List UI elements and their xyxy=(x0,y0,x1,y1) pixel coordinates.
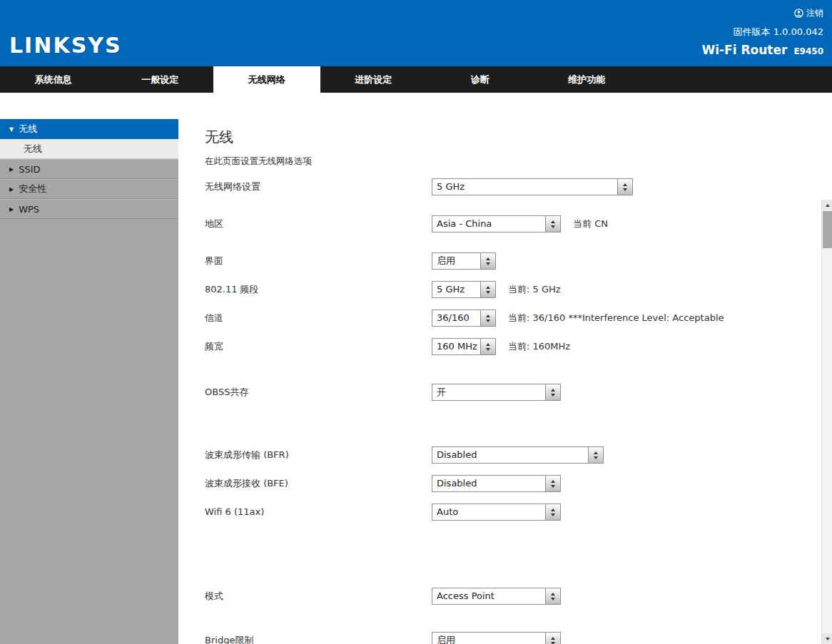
field-label: 模式 xyxy=(205,588,432,605)
nav-tab-label: 诊断 xyxy=(471,73,489,86)
field-dropdown[interactable]: 36/160 xyxy=(432,310,496,327)
nav-tab-label: 维护功能 xyxy=(568,73,605,86)
sidebar-item[interactable]: ▶ WPS xyxy=(0,199,178,219)
field-note: 当前: 5 GHz xyxy=(508,281,561,298)
nav-tab-label: 进阶设定 xyxy=(355,73,392,86)
field-dropdown[interactable]: 启用 xyxy=(432,632,561,644)
nav-tab[interactable]: 一般设定 xyxy=(107,66,214,93)
main-nav: 系统信息 一般设定 无线网络 进阶设定 诊断 维护功能 xyxy=(0,66,832,93)
field-dropdown[interactable]: Asia - China xyxy=(432,215,561,232)
stepper-arrows-icon[interactable] xyxy=(546,504,561,521)
stepper-arrows-icon[interactable] xyxy=(546,632,561,644)
field-row: 频宽 160 MHz 当前: 160MHz xyxy=(205,338,821,355)
field-dropdown[interactable]: 160 MHz xyxy=(432,338,496,355)
dropdown-value: 启用 xyxy=(432,632,546,644)
stepper-arrows-icon[interactable] xyxy=(589,446,604,464)
sidebar-item[interactable]: ▶ 安全性 xyxy=(0,179,178,199)
nav-tab[interactable]: 无线网络 xyxy=(213,66,320,93)
dropdown-value: 5 GHz xyxy=(432,178,618,195)
page-title: 无线 xyxy=(205,128,821,145)
router-admin-page: LINKSYS 注销 固件版本 1.0.00.042 Wi-Fi Router … xyxy=(0,0,832,644)
dropdown-value: 160 MHz xyxy=(432,338,481,355)
dropdown-value: 开 xyxy=(432,384,546,401)
nav-tab[interactable]: 进阶设定 xyxy=(320,66,427,93)
product-info: Wi-Fi Router E9450 xyxy=(701,43,823,57)
dropdown-value: 启用 xyxy=(432,252,481,270)
field-row: 地区 Asia - China 当前 CN xyxy=(205,215,821,232)
stepper-arrows-icon[interactable] xyxy=(481,281,496,298)
field-row: 波束成形接收 (BFE) Disabled xyxy=(205,475,821,492)
field-label: 地区 xyxy=(205,215,432,232)
settings-form: 无线网络设置 5 GHz 地区 Asia - China 当前 CN 界面 启用… xyxy=(205,178,821,644)
sidebar-item-label: WPS xyxy=(19,204,39,215)
field-row: Bridge限制 启用 xyxy=(205,632,821,644)
content-area: ▼ 无线 无线 ▶ SSID ▶ 安全性 ▶ WPS 无线 在此页面设置无线网络… xyxy=(0,93,832,644)
nav-tab-label: 系统信息 xyxy=(35,73,72,86)
nav-tab-label: 一般设定 xyxy=(141,73,178,86)
header-right: 注销 固件版本 1.0.00.042 Wi-Fi Router E9450 xyxy=(701,7,823,57)
main-panel: 无线 在此页面设置无线网络选项 无线网络设置 5 GHz 地区 Asia - C… xyxy=(178,119,821,644)
field-label: Wifi 6 (11ax) xyxy=(205,504,432,521)
firmware-version: 固件版本 1.0.00.042 xyxy=(701,26,823,39)
sidebar-item[interactable]: 无线 xyxy=(0,139,178,159)
field-dropdown[interactable]: Auto xyxy=(432,504,561,521)
nav-tab-label: 无线网络 xyxy=(248,73,285,86)
dropdown-value: Asia - China xyxy=(432,215,546,232)
triangle-icon: ▶ xyxy=(9,186,14,193)
product-name: Wi-Fi Router xyxy=(701,43,787,57)
nav-tab[interactable]: 维护功能 xyxy=(534,66,641,93)
sidebar-item-label: 安全性 xyxy=(19,183,46,195)
scrollbar-thumb[interactable] xyxy=(823,211,832,248)
field-dropdown[interactable]: 5 GHz xyxy=(432,178,633,195)
field-note: 当前: 160MHz xyxy=(508,338,570,355)
dropdown-value: Auto xyxy=(432,504,546,521)
field-label: Bridge限制 xyxy=(205,632,432,644)
dropdown-value: Disabled xyxy=(432,475,546,492)
field-label: 无线网络设置 xyxy=(205,178,432,195)
triangle-icon: ▶ xyxy=(9,166,14,173)
field-row: OBSS共存 开 xyxy=(205,384,821,401)
stepper-arrows-icon[interactable] xyxy=(546,588,561,605)
field-dropdown[interactable]: Disabled xyxy=(432,446,604,464)
scroll-up-button[interactable] xyxy=(822,200,832,210)
triangle-icon: ▶ xyxy=(9,206,14,213)
nav-tab[interactable]: 系统信息 xyxy=(0,66,107,93)
field-row: 无线网络设置 5 GHz xyxy=(205,178,821,195)
field-row: 信道 36/160 当前: 36/160 ***Interference Lev… xyxy=(205,310,821,327)
field-label: 频宽 xyxy=(205,338,432,355)
stepper-arrows-icon[interactable] xyxy=(481,252,496,270)
field-label: 波束成形接收 (BFE) xyxy=(205,475,432,492)
sidebar-item[interactable]: ▶ SSID xyxy=(0,159,178,179)
field-label: 信道 xyxy=(205,310,432,327)
stepper-arrows-icon[interactable] xyxy=(618,178,633,195)
logout-link[interactable]: 注销 xyxy=(701,7,823,19)
nav-tab[interactable]: 诊断 xyxy=(427,66,534,93)
sidebar-item[interactable]: ▼ 无线 xyxy=(0,119,178,139)
field-label: OBSS共存 xyxy=(205,384,432,401)
field-row: 波束成形传输 (BFR) Disabled xyxy=(205,446,821,464)
logout-label: 注销 xyxy=(806,7,823,19)
dropdown-value: Disabled xyxy=(432,446,589,464)
stepper-arrows-icon[interactable] xyxy=(481,338,496,355)
scroll-down-button[interactable] xyxy=(822,633,832,644)
field-row: 802.11 频段 5 GHz 当前: 5 GHz xyxy=(205,281,821,298)
dropdown-value: 36/160 xyxy=(432,310,481,327)
field-dropdown[interactable]: 5 GHz xyxy=(432,281,496,298)
field-dropdown[interactable]: Disabled xyxy=(432,475,561,492)
field-dropdown[interactable]: Access Point xyxy=(432,588,561,605)
field-label: 802.11 频段 xyxy=(205,281,432,298)
sidebar: ▼ 无线 无线 ▶ SSID ▶ 安全性 ▶ WPS xyxy=(0,119,178,644)
vertical-scrollbar[interactable] xyxy=(821,200,832,644)
field-dropdown[interactable]: 启用 xyxy=(432,252,496,270)
model-number: E9450 xyxy=(793,46,823,56)
sidebar-item-label: 无线 xyxy=(19,123,37,136)
page-subtitle: 在此页面设置无线网络选项 xyxy=(205,155,821,167)
dropdown-value: 5 GHz xyxy=(432,281,481,298)
stepper-arrows-icon[interactable] xyxy=(546,215,561,232)
stepper-arrows-icon[interactable] xyxy=(481,310,496,327)
stepper-arrows-icon[interactable] xyxy=(546,384,561,401)
field-dropdown[interactable]: 开 xyxy=(432,384,561,401)
linksys-logo: LINKSYS xyxy=(9,33,122,58)
header: LINKSYS 注销 固件版本 1.0.00.042 Wi-Fi Router … xyxy=(0,0,832,66)
stepper-arrows-icon[interactable] xyxy=(546,475,561,492)
